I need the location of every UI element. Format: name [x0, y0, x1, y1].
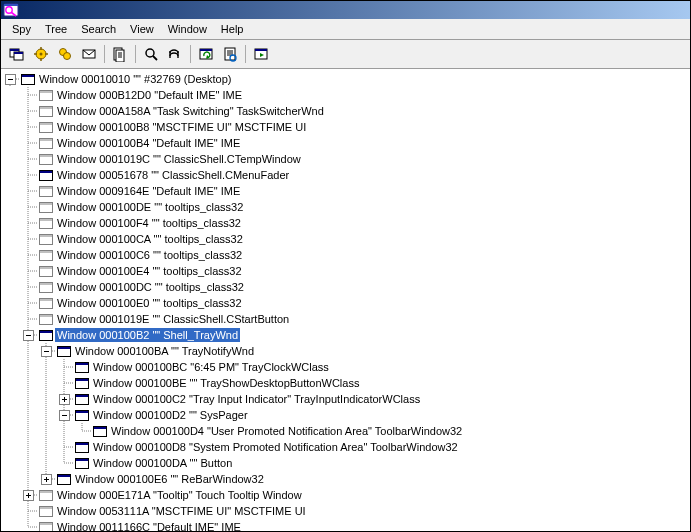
tree-item-label[interactable]: Window 000100B4 "Default IME" IME [55, 136, 242, 150]
tree-row[interactable]: Window 000100DC "" tooltips_class32 [1, 279, 690, 295]
tree-item-label[interactable]: Window 000100B8 "MSCTFIME UI" MSCTFIME U… [55, 120, 308, 134]
tree-row[interactable]: Window 000100BA "" TrayNotifyWnd [1, 343, 690, 359]
tree-row[interactable]: Window 000100B8 "MSCTFIME UI" MSCTFIME U… [1, 119, 690, 135]
tool-properties-icon[interactable] [218, 42, 242, 66]
tree-item-label[interactable]: Window 0001019E "" ClassicShell.CStartBu… [55, 312, 291, 326]
tree-connectors [1, 359, 73, 375]
tree-row[interactable]: Window 00051678 "" ClassicShell.CMenuFad… [1, 167, 690, 183]
tree-item-label[interactable]: Window 000E171A "Tooltip" Touch Tooltip … [55, 488, 304, 502]
tree-item-label[interactable]: Window 000100C2 "Tray Input Indicator" T… [91, 392, 422, 406]
tree-row[interactable]: Window 000100DE "" tooltips_class32 [1, 199, 690, 215]
tree-item-label[interactable]: Window 0053111A "MSCTFIME UI" MSCTFIME U… [55, 504, 308, 518]
toolbar-separator [104, 45, 105, 63]
tree-row[interactable]: Window 000100C6 "" tooltips_class32 [1, 247, 690, 263]
collapse-icon[interactable] [23, 330, 34, 341]
tree-row[interactable]: Window 000100E0 "" tooltips_class32 [1, 295, 690, 311]
tree-row[interactable]: Window 000100B2 "" Shell_TrayWnd [1, 327, 690, 343]
svg-rect-18 [116, 50, 124, 62]
tree-row[interactable]: Window 0001019C "" ClassicShell.CTempWin… [1, 151, 690, 167]
tree-item-label[interactable]: Window 000A158A "Task Switching" TaskSwi… [55, 104, 326, 118]
tree-row[interactable]: Window 0001019E "" ClassicShell.CStartBu… [1, 311, 690, 327]
tool-processes-icon[interactable] [29, 42, 53, 66]
tree-item-label[interactable]: Window 000100D2 "" SysPager [91, 408, 250, 422]
tree-row[interactable]: Window 000100F4 "" tooltips_class32 [1, 215, 690, 231]
tree-item-label[interactable]: Window 000100F4 "" tooltips_class32 [55, 216, 243, 230]
tree-row[interactable]: Window 000A158A "Task Switching" TaskSwi… [1, 103, 690, 119]
tree-row[interactable]: Window 000100BC "6:45 PM" TrayClockWClas… [1, 359, 690, 375]
menu-help[interactable]: Help [214, 21, 251, 37]
menu-window[interactable]: Window [161, 21, 214, 37]
window-icon [37, 327, 55, 343]
tree-item-label[interactable]: Window 00010010 "" #32769 (Desktop) [37, 72, 233, 86]
tree-item-label[interactable]: Window 0011166C "Default IME" IME [55, 520, 243, 531]
tree-item-label[interactable]: Window 000100DC "" tooltips_class32 [55, 280, 246, 294]
tree-item-label[interactable]: Window 000100E0 "" tooltips_class32 [55, 296, 244, 310]
tree-row[interactable]: Window 000100B4 "Default IME" IME [1, 135, 690, 151]
tree-connectors [1, 471, 55, 487]
tool-log-icon[interactable] [108, 42, 132, 66]
tree-item-label[interactable]: Window 000100D8 "System Promoted Notific… [91, 440, 460, 454]
tool-windows-icon[interactable] [5, 42, 29, 66]
tree-connectors [1, 327, 37, 343]
tree-item-label[interactable]: Window 000100D4 "User Promoted Notificat… [109, 424, 464, 438]
tool-find-icon[interactable] [163, 42, 187, 66]
tree-item-label[interactable]: Window 000100BE "" TrayShowDesktopButton… [91, 376, 361, 390]
window-icon [73, 407, 91, 423]
tree-item-label[interactable]: Window 000100E6 "" ReBarWindow32 [73, 472, 266, 486]
tool-messages-icon[interactable] [77, 42, 101, 66]
tree-row[interactable]: Window 000B12D0 "Default IME" IME [1, 87, 690, 103]
tree-row[interactable]: Window 000100DA "" Button [1, 455, 690, 471]
tree-row[interactable]: Window 000100E6 "" ReBarWindow32 [1, 471, 690, 487]
tool-refresh-window-icon[interactable] [194, 42, 218, 66]
tree-row[interactable]: Window 000100BE "" TrayShowDesktopButton… [1, 375, 690, 391]
tree-row[interactable]: Window 000100D4 "User Promoted Notificat… [1, 423, 690, 439]
tree-item-label[interactable]: Window 000100BC "6:45 PM" TrayClockWClas… [91, 360, 331, 374]
tree-row[interactable]: Window 000100D2 "" SysPager [1, 407, 690, 423]
tree-row[interactable]: Window 000100E4 "" tooltips_class32 [1, 263, 690, 279]
tree-item-label[interactable]: Window 0001019C "" ClassicShell.CTempWin… [55, 152, 303, 166]
tree-view[interactable]: Window 00010010 "" #32769 (Desktop) Wind… [1, 69, 690, 531]
tree-item-label[interactable]: Window 000100DE "" tooltips_class32 [55, 200, 245, 214]
tree-item-label[interactable]: Window 0009164E "Default IME" IME [55, 184, 242, 198]
menu-spy[interactable]: Spy [5, 21, 38, 37]
tool-threads-icon[interactable] [53, 42, 77, 66]
menu-view[interactable]: View [123, 21, 161, 37]
tree-connectors [1, 183, 37, 199]
tree-item-label[interactable]: Window 000100B2 "" Shell_TrayWnd [55, 328, 240, 342]
expand-icon[interactable] [41, 474, 52, 485]
svg-rect-27 [200, 49, 212, 51]
collapse-icon[interactable] [41, 346, 52, 357]
toolbar [1, 40, 690, 69]
toolbar-separator [245, 45, 246, 63]
collapse-icon[interactable] [59, 410, 70, 421]
title-bar [1, 1, 690, 19]
tree-connectors [1, 375, 73, 391]
tree-item-label[interactable]: Window 000100CA "" tooltips_class32 [55, 232, 245, 246]
expand-icon[interactable] [59, 394, 70, 405]
tree-item-label[interactable]: Window 000100BA "" TrayNotifyWnd [73, 344, 256, 358]
tool-find-window-icon[interactable] [139, 42, 163, 66]
tree-row[interactable]: Window 0011166C "Default IME" IME [1, 519, 690, 531]
tree-row[interactable]: Window 000100D8 "System Promoted Notific… [1, 439, 690, 455]
tree-row[interactable]: Window 000100C2 "Tray Input Indicator" T… [1, 391, 690, 407]
tree-item-label[interactable]: Window 000B12D0 "Default IME" IME [55, 88, 244, 102]
tree-connectors [1, 487, 37, 503]
collapse-icon[interactable] [5, 74, 16, 85]
menu-tree[interactable]: Tree [38, 21, 74, 37]
tree-item-label[interactable]: Window 000100DA "" Button [91, 456, 234, 470]
tree-row[interactable]: Window 000100CA "" tooltips_class32 [1, 231, 690, 247]
tree-connectors [1, 439, 73, 455]
expand-icon[interactable] [23, 490, 34, 501]
tree-connectors [1, 151, 37, 167]
tool-refresh-icon[interactable] [249, 42, 273, 66]
tree-row[interactable]: Window 0009164E "Default IME" IME [1, 183, 690, 199]
menu-search[interactable]: Search [74, 21, 123, 37]
hidden-window-icon [37, 103, 55, 119]
tree-item-label[interactable]: Window 000100C6 "" tooltips_class32 [55, 248, 244, 262]
tree-item-label[interactable]: Window 000100E4 "" tooltips_class32 [55, 264, 244, 278]
tree-row[interactable]: Window 000E171A "Tooltip" Touch Tooltip … [1, 487, 690, 503]
tree-row[interactable]: Window 0053111A "MSCTFIME UI" MSCTFIME U… [1, 503, 690, 519]
tree-row[interactable]: Window 00010010 "" #32769 (Desktop) [1, 71, 690, 87]
tree-item-label[interactable]: Window 00051678 "" ClassicShell.CMenuFad… [55, 168, 291, 182]
tree-connectors [1, 135, 37, 151]
